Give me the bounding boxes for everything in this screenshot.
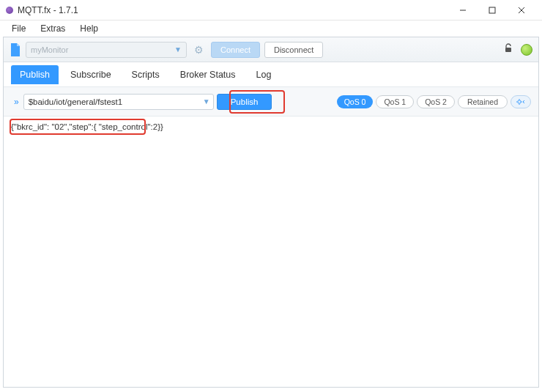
qos-2-button[interactable]: QoS 2 [417,95,455,108]
svg-rect-1 [489,7,495,13]
minimize-button[interactable] [448,0,478,21]
window-titlebar: MQTT.fx - 1.7.1 [0,0,542,21]
connect-button[interactable]: Connect [211,42,260,58]
tab-scripts[interactable]: Scripts [123,65,168,84]
retained-toggle[interactable]: Retained [458,95,508,108]
topic-input-value: $baidu/iot/general/fstest1 [29,97,123,106]
menu-extras[interactable]: Extras [33,22,73,35]
tab-subscribe[interactable]: Subscribe [62,65,120,84]
tab-log[interactable]: Log [248,65,281,84]
menu-help[interactable]: Help [73,22,105,35]
profile-select[interactable]: myMonitor ▼ [26,42,187,58]
publish-button[interactable]: Publish [217,94,272,110]
menu-file[interactable]: File [4,22,33,35]
app-icon [6,7,13,14]
publish-settings-button[interactable] [511,95,531,108]
close-button[interactable] [507,0,536,21]
svg-rect-4 [505,48,511,52]
connection-status-indicator [521,44,532,56]
profile-file-icon[interactable] [10,43,21,56]
qos-1-button[interactable]: QoS 1 [376,95,414,108]
gear-icon[interactable]: ⚙ [191,44,207,56]
topic-input[interactable]: $baidu/iot/general/fstest1 ▼ [23,94,214,110]
disconnect-button[interactable]: Disconnect [264,42,323,58]
profile-select-placeholder: myMonitor [31,45,68,54]
maximize-button[interactable] [478,0,507,21]
connection-toolbar: myMonitor ▼ ⚙ Connect Disconnect [4,37,538,62]
tab-broker-status[interactable]: Broker Status [171,65,245,84]
window-controls [448,0,536,21]
menubar: File Extras Help [0,21,542,37]
chevron-down-icon: ▼ [174,45,182,53]
svg-point-5 [518,100,521,103]
expand-panel-icon[interactable]: » [11,97,21,107]
lock-icon [503,43,513,56]
tab-publish[interactable]: Publish [11,65,59,84]
payload-editor[interactable]: {"bkrc_id": "02","step":{ "step_control"… [4,117,538,387]
qos-0-button[interactable]: QoS 0 [337,95,374,108]
chevron-down-icon: ▼ [203,97,210,106]
main-frame: myMonitor ▼ ⚙ Connect Disconnect Publish… [3,37,539,388]
window-title: MQTT.fx - 1.7.1 [18,5,448,15]
payload-text: {"bkrc_id": "02","step":{ "step_control"… [11,121,531,133]
tabs-row: Publish Subscribe Scripts Broker Status … [4,62,538,87]
publish-action-row: » $baidu/iot/general/fstest1 ▼ Publish Q… [4,87,538,117]
